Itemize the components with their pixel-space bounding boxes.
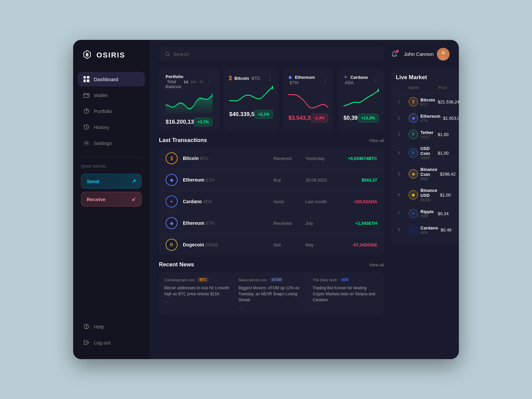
eth-card-menu[interactable]: ⋮: [322, 76, 328, 83]
svg-point-16: [377, 89, 378, 92]
tx-ada-icon: ✦: [166, 196, 178, 207]
filter-24h[interactable]: 24h: [191, 80, 197, 84]
ada-chart: [343, 88, 379, 111]
tx-name-btc: Bitcoin BTC: [183, 156, 268, 161]
coin-icon-bnb: ◈: [409, 169, 418, 179]
transactions-view-all[interactable]: View all: [369, 138, 384, 143]
market-row[interactable]: 2 ◆ Ethereum ETH $1.653,05 -0,01% +4,83%: [396, 110, 459, 126]
ada-card-menu[interactable]: ⋮: [373, 76, 379, 83]
quick-shortcuts: Quick Sorcuts Send ↗ Receive ↙: [73, 164, 150, 210]
nav-history[interactable]: History: [78, 120, 145, 134]
filter-7d[interactable]: 7d: [199, 80, 203, 84]
news-link-3[interactable]: ↔: [313, 306, 378, 310]
nav-help[interactable]: Help: [78, 319, 145, 334]
table-row: ✦ Cardano ADA Send Last month -120,53ADA: [159, 191, 384, 212]
content-area: Portfolio Total Balance 1d 24h 7d ⋮: [150, 68, 459, 359]
news-tag-ada: ADA: [339, 277, 351, 282]
transactions-title: Last Transactions: [159, 137, 207, 144]
user-info[interactable]: John Cannon: [404, 48, 450, 61]
portfolio-card-bottom: $16.200,13 +3,7%: [166, 118, 212, 126]
receive-button[interactable]: Receive ↙: [81, 192, 142, 206]
ada-badge: +13,3%: [358, 114, 379, 122]
nav-dashboard[interactable]: Dashboard: [78, 72, 145, 86]
portfolio-chart: [166, 92, 212, 115]
market-row[interactable]: 8 ✦ Cardano ADA $0,46 +0,43% +1,83%: [396, 222, 459, 238]
tx-date-5: May: [306, 242, 339, 247]
coin-icon-usdt: ₮: [409, 130, 418, 139]
btc-card-title: ₿ Bitcoin BTC: [229, 75, 260, 81]
market-row[interactable]: 1 ₿ Bitcoin BTC $21.536,24 -0,03% +1,95%: [396, 94, 459, 110]
tx-type-1: Received: [274, 156, 300, 161]
sidebar-divider: [81, 157, 142, 157]
table-row: ◆ Ethereum ETH Buy 20.08.2022 $543,37: [159, 169, 384, 191]
tx-name-eth: Ethereum ETH: [183, 177, 268, 183]
nav-items: Dashboard Wallet: [73, 72, 150, 150]
shortcuts-title: Quick Sorcuts: [81, 164, 142, 169]
news-view-all[interactable]: View all: [369, 262, 384, 267]
tx-type-5: Sell: [274, 242, 300, 247]
news-title: Recent News: [159, 261, 194, 268]
svg-rect-1: [87, 76, 89, 78]
logout-icon: [83, 339, 90, 346]
send-button[interactable]: Send ↗: [81, 174, 142, 189]
search-bar[interactable]: [159, 47, 384, 61]
portfolio-card-menu[interactable]: ⋮: [206, 78, 212, 85]
market-header: Live Market Expand: [396, 74, 459, 81]
transactions-header: Last Transactions View all: [159, 137, 384, 144]
transactions-table: ₿ Bitcoin BTC Received Yesterday +0,0346…: [159, 148, 384, 255]
wallet-label: Wallet: [94, 92, 107, 98]
search-input[interactable]: [173, 51, 378, 57]
news-text-1: Bitcoin addresses in loss hit 1-month hi…: [164, 285, 230, 297]
market-row[interactable]: 7 ✕ Ripple XRP $0,34 +0,23% +2,46%: [396, 205, 459, 222]
market-row[interactable]: 3 ₮ Tether USDT $1,00 ~0,00% ~0,00%: [396, 126, 459, 143]
svg-rect-4: [84, 93, 89, 97]
ada-card: ✦ Cardano ADA ⋮: [338, 68, 384, 131]
eth-chart: [288, 88, 328, 111]
notification-bell[interactable]: [391, 51, 398, 58]
tx-date-4: July: [306, 221, 339, 226]
coin-icon-usdc: $: [409, 148, 418, 158]
history-icon: [83, 124, 90, 130]
eth-card-title: ◆ Ethereum ETH: [288, 74, 322, 85]
nav-settings[interactable]: Settings: [78, 136, 145, 150]
time-filters: 1d 24h 7d: [184, 80, 203, 84]
svg-point-9: [86, 328, 87, 329]
nav-logout[interactable]: Log out: [78, 335, 145, 350]
portfolio-badge: +3,7%: [194, 118, 212, 126]
market-row[interactable]: 5 ◈ Binance Coin BNB $298,42 -0,03% +0,0…: [396, 164, 459, 185]
transactions-section: Last Transactions View all ₿ Bitcoin BTC…: [159, 137, 384, 255]
news-text-2: Biggest Movers: ATOM up 12% on Tuesday, …: [238, 285, 304, 303]
help-label: Help: [94, 324, 104, 330]
news-source-3: The Daily Hodl ADA: [313, 277, 378, 282]
news-link-1[interactable]: ↔: [164, 300, 230, 304]
header-right: John Cannon: [391, 48, 450, 61]
btc-card: ₿ Bitcoin BTC ⋮: [224, 68, 278, 131]
eth-card-bottom: $3.543,3 -1,3%: [288, 114, 328, 122]
eth-card: ◆ Ethereum ETH ⋮ $3.543,3: [283, 68, 333, 131]
list-item: News.bitcoin.com ATOM Biggest Movers: AT…: [238, 277, 309, 310]
news-text-3: Trading Bot Known for beating Crypto Mar…: [313, 285, 378, 303]
news-link-2[interactable]: ↔: [238, 306, 304, 310]
col-price: Price: [438, 85, 459, 90]
market-row[interactable]: 6 ◉ Binance USD BUSD $1,00 +0,01% -0,02%: [396, 185, 459, 205]
filter-1d[interactable]: 1d: [184, 80, 188, 84]
svg-rect-2: [83, 79, 86, 82]
eth-card-header: ◆ Ethereum ETH ⋮: [288, 74, 328, 85]
table-row: ₿ Bitcoin BTC Received Yesterday +0,0346…: [159, 148, 384, 169]
ada-card-bottom: $0,39 +13,3%: [343, 114, 379, 122]
market-rows: 1 ₿ Bitcoin BTC $21.536,24 -0,03% +1,95%…: [396, 94, 459, 238]
tx-btc-icon: ₿: [166, 152, 178, 164]
history-label: History: [94, 124, 109, 130]
coin-icon-btc: ₿: [409, 97, 418, 106]
market-row[interactable]: 4 $ USD Coin USDC $1,00 ~0,00% -0,00%: [396, 143, 459, 164]
tx-amount-4: +1,543ETH: [344, 221, 377, 226]
dashboard-label: Dashboard: [94, 76, 118, 82]
tx-amount-1: +0,034674BTC: [344, 156, 377, 161]
receive-arrow-icon: ↙: [132, 196, 136, 202]
btc-card-menu[interactable]: ⋮: [267, 74, 273, 81]
nav-wallet[interactable]: Wallet: [78, 88, 145, 102]
nav-portfolio[interactable]: Portfolio: [78, 104, 145, 118]
tx-amount-5: -57,34DOGE: [344, 242, 377, 247]
settings-label: Settings: [94, 140, 112, 146]
tx-name-ada: Cardano ADA: [183, 199, 268, 204]
